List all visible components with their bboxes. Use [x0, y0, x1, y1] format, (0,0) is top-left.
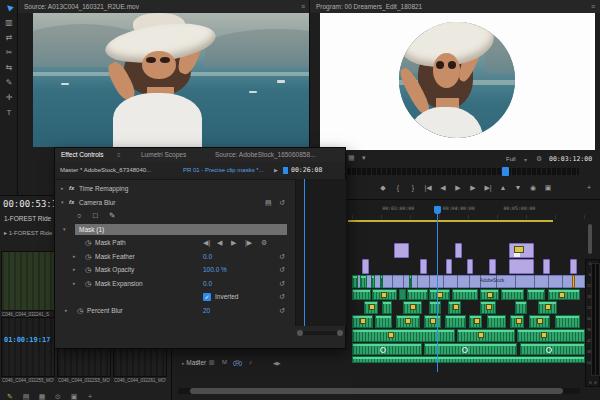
keyframe-marker[interactable]: [430, 318, 436, 324]
timeline-clip[interactable]: [360, 275, 367, 288]
keyframe-circle[interactable]: [462, 347, 468, 353]
timeline-clip[interactable]: [543, 259, 550, 274]
timeline-clip[interactable]: [429, 289, 450, 300]
project-clip-item[interactable]: C046_C044_032241_S: [2, 252, 54, 317]
keyframe-nav-icon[interactable]: ▶: [231, 236, 236, 250]
keyframe-marker[interactable]: [360, 318, 366, 324]
mask-tracking-wrench-icon[interactable]: ⚙: [261, 236, 267, 250]
stopwatch-icon[interactable]: ◷: [85, 236, 91, 250]
timeline-clip[interactable]: [407, 289, 428, 300]
timeline-ruler[interactable]: 00:03:00:0000:04:00:0000:05:00:00: [352, 204, 585, 219]
pen-mask-icon[interactable]: ✎: [109, 209, 115, 223]
mark-out-button[interactable]: }: [406, 181, 420, 195]
keyframe-marker[interactable]: [487, 292, 493, 298]
twirl-arrow-icon[interactable]: ▸: [73, 277, 76, 291]
param-value[interactable]: 0.0: [203, 277, 212, 291]
timeline-vertical-scrollbar[interactable]: [588, 224, 592, 254]
timeline-clip[interactable]: [467, 259, 473, 274]
timeline-clip[interactable]: [489, 259, 495, 274]
twirl-arrow-icon[interactable]: ▾: [61, 196, 64, 210]
timeline-clip[interactable]: [372, 289, 398, 300]
step-back-button[interactable]: ◀: [436, 181, 450, 195]
timeline-clip[interactable]: [448, 301, 462, 314]
step-forward-button[interactable]: ▶: [466, 181, 480, 195]
tab-lumetri-scopes[interactable]: Lumetri Scopes: [141, 148, 196, 162]
keyframe-circle[interactable]: [546, 347, 552, 353]
keyframe-nav-icon[interactable]: ◀|: [203, 236, 210, 250]
copy-effect-icon[interactable]: ▤: [265, 196, 272, 210]
twirl-arrow-icon[interactable]: ▸: [73, 263, 76, 277]
panel-menu-icon[interactable]: ≡: [117, 148, 121, 162]
new-bin-icon[interactable]: ▣: [66, 393, 82, 400]
timeline-clip[interactable]: [555, 315, 581, 328]
program-monitor-canvas[interactable]: [320, 13, 595, 150]
mark-in-button[interactable]: {: [391, 181, 405, 195]
source-monitor-image[interactable]: [33, 13, 310, 147]
timeline-clip[interactable]: [403, 301, 422, 314]
timeline-clip[interactable]: [509, 243, 533, 258]
safe-margins-icon[interactable]: ▦: [348, 154, 355, 162]
scrollbar-knob[interactable]: [337, 330, 343, 336]
keyframe-marker[interactable]: [474, 318, 480, 324]
timeline-clip[interactable]: [394, 243, 409, 258]
timeline-clip[interactable]: [510, 315, 524, 328]
timeline-clip[interactable]: [480, 301, 496, 314]
icon-view-icon[interactable]: ▦: [34, 393, 50, 400]
timeline-clip[interactable]: [517, 329, 585, 342]
timeline-clip[interactable]: [429, 301, 441, 314]
timeline-clip[interactable]: [548, 289, 581, 300]
comparison-view-button[interactable]: ▣: [541, 181, 555, 195]
settings-wrench-icon[interactable]: ⚙: [536, 155, 542, 163]
keyframe-marker[interactable]: [537, 318, 543, 324]
brush-icon[interactable]: ✎: [2, 393, 18, 400]
extract-button[interactable]: ▼: [511, 181, 525, 195]
keyframe-marker[interactable]: [559, 292, 565, 298]
timeline-clip[interactable]: [375, 315, 391, 328]
effect-controls-scrollbar[interactable]: [298, 331, 342, 335]
collapse-icon[interactable]: ◀▶: [273, 360, 281, 366]
twirl-arrow-icon[interactable]: ▸: [65, 304, 68, 318]
master-volume-value[interactable]: 0.0: [233, 360, 242, 367]
button-editor-button[interactable]: +: [582, 181, 596, 195]
keyframe-marker[interactable]: [541, 332, 547, 338]
keyframe-marker[interactable]: [405, 318, 411, 324]
timeline-clip[interactable]: [352, 343, 422, 355]
zoom-level-select[interactable]: Full: [506, 156, 516, 162]
timeline-clip[interactable]: [501, 289, 524, 300]
panel-menu-icon[interactable]: ≡: [301, 0, 305, 13]
timeline-clip[interactable]: [382, 301, 391, 314]
program-playhead[interactable]: [502, 167, 509, 176]
mask-selected-row[interactable]: Mask (1): [75, 224, 287, 235]
sequence-clip-label[interactable]: PR 01 - Precise clip masks *...: [183, 162, 264, 179]
timeline-clip[interactable]: [469, 315, 483, 328]
timeline-clip[interactable]: [424, 315, 440, 328]
timeline-clip[interactable]: [457, 329, 515, 342]
project-tab-label[interactable]: 1-FOREST Ride: [4, 215, 51, 222]
param-value[interactable]: 100.0 %: [203, 263, 227, 277]
keyframe-marker[interactable]: [388, 332, 394, 338]
timeline-clip[interactable]: [352, 356, 585, 363]
timeline-clip[interactable]: [396, 315, 419, 328]
zoom-slider-icon[interactable]: ⊙: [50, 393, 66, 400]
keyframe-marker[interactable]: [453, 304, 459, 310]
export-frame-button[interactable]: ◉: [526, 181, 540, 195]
new-item-icon[interactable]: +: [82, 393, 98, 400]
scrollbar-knob[interactable]: [190, 388, 563, 394]
timeline-clip[interactable]: [362, 259, 369, 274]
pen-tool-icon[interactable]: ✎: [0, 75, 18, 90]
keyframe-timeline-playhead[interactable]: [304, 179, 305, 326]
keyframe-marker[interactable]: [545, 304, 551, 310]
reset-effect-icon[interactable]: ↺: [279, 196, 285, 210]
timeline-clip[interactable]: [352, 329, 455, 342]
timeline-clip[interactable]: [538, 301, 557, 314]
keyframe-marker[interactable]: [486, 304, 492, 310]
timeline-playhead[interactable]: [437, 206, 438, 372]
twirl-arrow-icon[interactable]: ▸: [73, 250, 76, 264]
keyframe-nav-icon[interactable]: ◀: [217, 236, 222, 250]
slip-tool-icon[interactable]: ⇆: [0, 60, 18, 75]
lift-button[interactable]: ▲: [496, 181, 510, 195]
clip-thumbnail[interactable]: [2, 318, 54, 376]
timeline-clip[interactable]: [352, 315, 373, 328]
play-button[interactable]: ▶: [451, 181, 465, 195]
timeline-clip[interactable]: [352, 275, 358, 288]
